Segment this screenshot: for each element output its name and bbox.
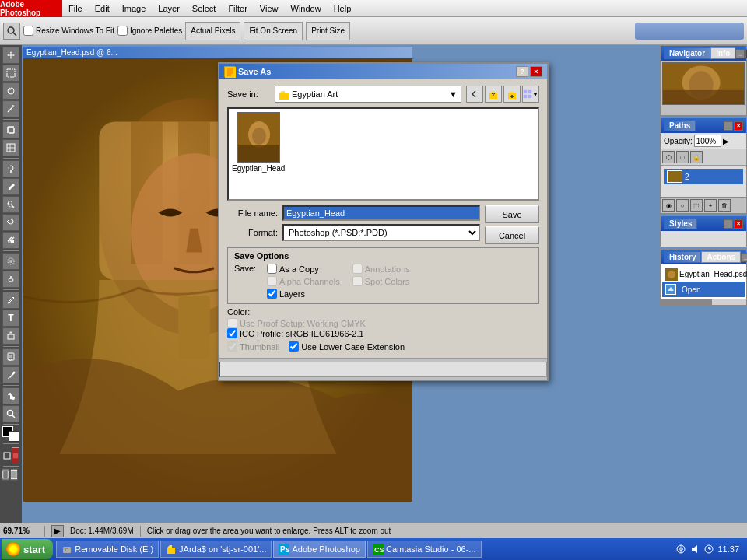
filename-label: File name: [227,208,278,218]
up-folder-btn[interactable] [485,86,502,103]
dialog-help-btn[interactable]: ? [516,66,528,77]
cancel-button[interactable]: Cancel [485,226,539,244]
save-button[interactable]: Save [485,205,539,223]
fields-save-row: File name: Format: Photoshop (*.PSD;*.PD… [227,205,539,244]
annotations-text: Annotations [365,264,410,274]
dialog-titlebar: Save As ? × [219,64,547,79]
color-label-row: Color: [227,307,539,317]
dialog-title: Save As [238,67,271,76]
alpha-channels-text: Alpha Channels [279,277,340,286]
format-row: Format: Photoshop (*.PSD;*.PDD) [227,224,480,241]
proof-setup-checkbox [227,318,237,328]
save-in-select[interactable]: Egyptian Art ▼ [275,86,461,103]
dialog-status-bar [219,362,547,377]
thumbnail-checkbox [227,341,237,352]
icc-profile-row: ICC Profile: sRGB IEC61966-2.1 [227,328,539,338]
icc-profile-checkbox[interactable] [227,328,237,338]
save-as-dialog: Save As ? × Save in: Egyptian Art ▼ [218,62,549,381]
save-row: Save: As a Copy Alpha Channels [234,264,532,299]
format-label: Format: [227,228,278,237]
as-a-copy-label: As a Copy [267,264,340,274]
view-arrow[interactable]: ▼ [532,91,538,98]
save-options-title: Save Options [234,251,532,261]
file-browser[interactable]: Egyptian_Head [227,107,539,201]
view-btn[interactable]: ▼ [522,86,539,103]
format-select[interactable]: Photoshop (*.PSD;*.PDD) [282,224,480,241]
as-a-copy-checkbox[interactable] [267,264,277,274]
svg-rect-60 [524,90,527,93]
new-folder-btn[interactable] [503,86,521,103]
save-options-cols: As a Copy Alpha Channels Layers [267,264,410,299]
back-btn[interactable] [466,86,483,103]
file-thumb-label: Egyptian_Head [232,164,285,173]
filename-input[interactable] [282,205,480,221]
thumbnail-text: Thumbnail [240,342,279,352]
filename-row: File name: [227,205,480,221]
icc-profile-text: ICC Profile: sRGB IEC61966-2.1 [240,329,364,338]
svg-rect-63 [528,95,531,98]
dialog-close-btn[interactable]: × [530,66,542,77]
proof-setup-text: Use Proof Setup: Working CMYK [240,319,366,328]
dialog-icon [224,66,235,77]
thumbnail-label: Thumbnail [227,341,279,352]
color-section: Color: Use Proof Setup: Working CMYK ICC… [227,307,539,338]
annotations-checkbox [352,264,363,274]
save-in-value: Egyptian Art [292,89,338,99]
file-thumb-egyptian-head[interactable]: Egyptian_Head [232,112,285,196]
dialog-footer [219,358,547,380]
svg-rect-61 [528,90,531,93]
spot-colors-checkbox [352,276,363,286]
save-options-section: Save Options Save: As a Copy Alpha Chann… [227,247,539,304]
alpha-channels-checkbox [267,276,277,286]
dialog-overlay: Save As ? × Save in: Egyptian Art ▼ [0,0,747,560]
bottom-checkboxes: Thumbnail Use Lower Case Extension [227,341,539,352]
lower-case-ext-checkbox[interactable] [289,341,299,352]
save-cancel-buttons: Save Cancel [485,205,539,244]
proof-setup-row: Use Proof Setup: Working CMYK [227,318,539,328]
as-a-copy-text: As a Copy [279,264,319,274]
svg-rect-62 [524,95,527,98]
layers-checkbox[interactable] [267,289,277,299]
lower-case-ext-label: Use Lower Case Extension [289,341,405,352]
svg-rect-57 [279,93,289,100]
layers-text: Layers [279,289,305,299]
svg-point-66 [252,128,266,145]
fields-left: File name: Format: Photoshop (*.PSD;*.PD… [227,205,480,244]
save-label: Save: [234,264,267,299]
spot-colors-text: Spot Colors [365,277,409,286]
layers-label: Layers [267,289,340,299]
save-in-arrow[interactable]: ▼ [449,89,458,99]
svg-rect-67 [238,145,280,163]
color-label: Color: [227,307,260,317]
save-in-toolbar: ▼ [466,86,539,103]
dialog-body: Save in: Egyptian Art ▼ [219,79,547,358]
lower-case-ext-text: Use Lower Case Extension [301,342,405,352]
save-in-label: Save in: [227,89,270,99]
file-thumb-image [237,112,280,163]
save-in-row: Save in: Egyptian Art ▼ [227,86,539,103]
